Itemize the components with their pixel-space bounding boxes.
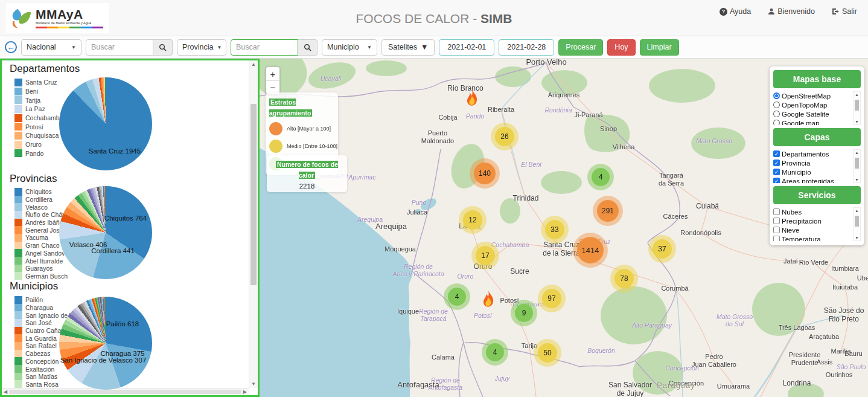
cluster-marker[interactable]: 140: [474, 163, 496, 184]
basemap-option-google-satelite[interactable]: Google Satelite: [773, 109, 852, 118]
map[interactable]: Porto VelhoRio BrancoAriquemesRondôniaJi…: [260, 59, 868, 397]
map-label: Londrina: [783, 379, 811, 388]
pie-chart[interactable]: [59, 297, 152, 390]
pie-slice-label: Cordillera 441: [91, 247, 135, 254]
scroll-thumb[interactable]: [855, 100, 859, 111]
map-label: Ji-Paraná: [574, 111, 602, 119]
legend-label: La Paz: [25, 105, 45, 112]
scroll-up-icon[interactable]: ▲: [249, 62, 258, 67]
welcome-link[interactable]: Bienvenido: [768, 7, 815, 16]
legend-swatch: [14, 319, 22, 327]
basemap-option-opentopomap[interactable]: OpenTopoMap: [773, 100, 852, 109]
charts-vertical-scrollbar[interactable]: ▲ ▼: [249, 60, 258, 388]
scroll-left-icon[interactable]: ◀: [4, 389, 7, 395]
cluster-marker[interactable]: 12: [463, 210, 482, 230]
fire-icon[interactable]: [479, 290, 497, 309]
today-button[interactable]: Hoy: [607, 39, 635, 56]
panel-scrollbar[interactable]: ▲▼: [853, 91, 861, 125]
legend-swatch: [14, 296, 22, 304]
layer-option-areas-protegidas[interactable]: ✓Areas protegidas: [773, 176, 852, 183]
charts-horizontal-scrollbar[interactable]: ◀ ▶: [2, 388, 249, 395]
cluster-marker[interactable]: 291: [597, 200, 619, 222]
scroll-down-icon[interactable]: ▼: [854, 120, 860, 124]
cluster-marker[interactable]: 26: [495, 127, 514, 146]
cluster-marker[interactable]: 50: [538, 343, 557, 363]
clear-button[interactable]: Limpiar: [640, 39, 679, 56]
legend-label: San José: [25, 319, 52, 326]
scroll-right-icon[interactable]: ▶: [243, 389, 247, 395]
logout-link[interactable]: Salir: [832, 7, 857, 16]
satellites-dropdown-button[interactable]: Satelites▼: [381, 39, 435, 56]
scroll-up-icon[interactable]: ▲: [854, 150, 860, 155]
process-button[interactable]: Procesar: [558, 39, 603, 56]
chevron-down-icon: ▼: [421, 43, 428, 51]
cluster-marker[interactable]: 4: [592, 168, 610, 186]
map-label: Iquique: [397, 308, 419, 315]
search-icon: [304, 44, 311, 51]
map-label: Alto Paraguay: [632, 321, 672, 329]
basemap-option-google-map[interactable]: Google map: [773, 118, 852, 125]
province-select[interactable]: Provincia▼: [177, 39, 226, 56]
scroll-thumb[interactable]: [9, 390, 241, 394]
legend-swatch: [14, 342, 22, 350]
cluster-marker[interactable]: 9: [515, 304, 533, 322]
legend-label: San Matías: [25, 373, 57, 380]
cluster-marker[interactable]: 17: [476, 246, 495, 265]
layer-option-departamentos[interactable]: ✓Departamentos: [773, 149, 852, 158]
legend-swatch: [14, 132, 22, 140]
layer-option-nieve[interactable]: Nieve: [773, 225, 852, 234]
legend-label: Pailón: [25, 296, 43, 303]
level-select[interactable]: Nacional▼: [21, 39, 81, 56]
panel-scrollbar[interactable]: ▲▼: [853, 207, 861, 241]
province-search-input[interactable]: [231, 39, 298, 56]
fire-icon[interactable]: [463, 89, 481, 108]
legend-item: Santa Cruz: [14, 78, 63, 87]
scroll-thumb[interactable]: [855, 158, 859, 169]
collapse-panel-button[interactable]: ←: [5, 41, 17, 53]
scroll-down-icon[interactable]: ▼: [249, 381, 258, 387]
cluster-marker[interactable]: 1414: [577, 237, 604, 263]
pie-chart[interactable]: [59, 186, 152, 279]
option-label: Temperatura: [782, 236, 821, 242]
start-date-input[interactable]: [439, 39, 494, 56]
pie-chart[interactable]: [59, 77, 152, 170]
legend-swatch: [14, 203, 22, 211]
scroll-down-icon[interactable]: ▼: [854, 178, 860, 182]
cluster-marker[interactable]: 78: [614, 269, 634, 288]
basemap-option-openstreetmap[interactable]: OpenStreetMap: [773, 91, 852, 100]
scroll-thumb[interactable]: [855, 216, 859, 227]
map-label: Puno: [412, 199, 427, 206]
radio-icon: [773, 102, 780, 108]
scroll-up-icon[interactable]: ▲: [854, 208, 860, 213]
scroll-up-icon[interactable]: ▲: [854, 92, 860, 97]
layer-option-precipitacion[interactable]: Precipitacion: [773, 216, 852, 225]
end-date-input[interactable]: [499, 39, 554, 56]
layer-option-temperatura[interactable]: Temperatura: [773, 234, 852, 241]
department-search-button[interactable]: [153, 39, 173, 56]
cluster-marker[interactable]: 97: [542, 289, 561, 308]
legend-label: Chiquitos: [25, 188, 52, 195]
zoom-out-button[interactable]: −: [266, 80, 279, 94]
layer-option-provincia[interactable]: ✓Provincia: [773, 158, 852, 167]
cluster-marker[interactable]: 33: [545, 220, 564, 239]
department-search-input[interactable]: [86, 39, 153, 56]
panel-scrollbar[interactable]: ▲▼: [853, 149, 861, 183]
zoom-in-button[interactable]: +: [266, 67, 279, 80]
municipality-select[interactable]: Municipio▼: [322, 39, 377, 56]
scroll-thumb[interactable]: [251, 104, 257, 285]
cluster-marker[interactable]: 4: [486, 343, 504, 361]
province-search-button[interactable]: [298, 39, 318, 56]
checkbox-icon: [773, 218, 780, 224]
cluster-marker[interactable]: 37: [653, 239, 672, 259]
logout-icon: [832, 8, 840, 15]
map-label: Región de Tarapacá: [419, 308, 448, 322]
layer-option-municipio[interactable]: ✓Municipio: [773, 167, 852, 176]
scroll-down-icon[interactable]: ▼: [854, 236, 860, 240]
layer-option-nubes[interactable]: Nubes: [773, 207, 852, 216]
cluster-marker[interactable]: 4: [448, 288, 466, 306]
help-link[interactable]: ? Ayuda: [720, 7, 751, 16]
legend-swatch: [14, 226, 22, 234]
legend-swatch: [14, 327, 22, 335]
map-label: Porto Velho: [526, 59, 566, 66]
page-title: FOCOS DE CALOR - SIMB: [356, 11, 512, 26]
